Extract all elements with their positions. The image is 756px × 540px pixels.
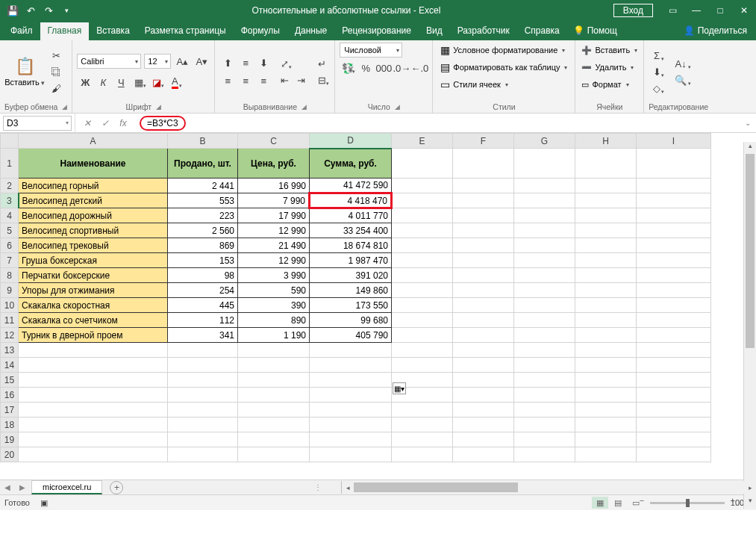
- align-right-icon[interactable]: ≡: [255, 73, 272, 88]
- wrap-text-icon[interactable]: ↵: [313, 56, 330, 71]
- dialog-launcher-icon[interactable]: ◢: [156, 103, 161, 111]
- cell[interactable]: [637, 403, 711, 418]
- cell[interactable]: [637, 268, 711, 283]
- maximize-icon[interactable]: □: [708, 2, 732, 19]
- fill-icon[interactable]: ⬇: [649, 64, 665, 79]
- align-bottom-icon[interactable]: ⬇: [255, 55, 272, 70]
- orientation-icon[interactable]: ⤢: [276, 56, 293, 71]
- row-header-4[interactable]: 4: [1, 208, 19, 223]
- cell[interactable]: [637, 358, 711, 373]
- cell[interactable]: [575, 238, 637, 253]
- row-header-9[interactable]: 9: [1, 283, 19, 298]
- ribbon-options-icon[interactable]: ▭: [660, 2, 684, 19]
- row-header-13[interactable]: 13: [1, 343, 19, 358]
- cell[interactable]: [392, 328, 453, 343]
- row-header-2[interactable]: 2: [1, 179, 19, 193]
- align-center-icon[interactable]: ≡: [237, 73, 254, 88]
- cell-A6[interactable]: Велосипед трековый: [19, 238, 168, 253]
- cancel-formula-icon[interactable]: ✕: [78, 116, 96, 131]
- cell-A7[interactable]: Груша боксерская: [19, 253, 168, 268]
- cell[interactable]: [19, 447, 168, 462]
- cell[interactable]: [453, 313, 514, 328]
- cell[interactable]: [310, 447, 392, 462]
- row-header-20[interactable]: 20: [1, 447, 19, 462]
- cell[interactable]: [392, 208, 453, 223]
- cell[interactable]: [310, 432, 392, 447]
- tab-formulas[interactable]: Формулы: [234, 22, 287, 40]
- sheet-tab[interactable]: microexcel.ru: [31, 480, 102, 494]
- cell[interactable]: [19, 432, 168, 447]
- row-header-5[interactable]: 5: [1, 223, 19, 238]
- minimize-icon[interactable]: ―: [684, 2, 708, 19]
- cell[interactable]: [392, 403, 453, 418]
- find-select-icon[interactable]: 🔍: [669, 72, 692, 87]
- cell-A9[interactable]: Упоры для отжимания: [19, 283, 168, 298]
- cell[interactable]: [168, 403, 238, 418]
- row-header-3[interactable]: 3: [1, 193, 19, 208]
- autofill-options-icon[interactable]: ▦▾: [393, 382, 406, 394]
- row-header-15[interactable]: 15: [1, 373, 19, 388]
- cell[interactable]: [19, 358, 168, 373]
- cell[interactable]: [514, 179, 575, 193]
- cell[interactable]: [453, 432, 514, 447]
- italic-button[interactable]: К: [95, 75, 111, 90]
- zoom-handle[interactable]: [686, 499, 690, 507]
- tab-help[interactable]: Справка: [517, 22, 567, 40]
- cell[interactable]: [514, 268, 575, 283]
- scroll-down-icon[interactable]: ▾: [744, 497, 756, 509]
- save-icon[interactable]: 💾: [4, 2, 21, 19]
- cell[interactable]: [575, 328, 637, 343]
- cell[interactable]: [19, 388, 168, 403]
- enter-formula-icon[interactable]: ✓: [96, 116, 114, 131]
- cell[interactable]: [637, 432, 711, 447]
- cell[interactable]: [168, 343, 238, 358]
- cell-B10[interactable]: 445: [168, 298, 238, 313]
- cell[interactable]: [453, 208, 514, 223]
- cell[interactable]: [168, 373, 238, 388]
- cell-B2[interactable]: 2 441: [168, 179, 238, 193]
- tab-page-layout[interactable]: Разметка страницы: [137, 22, 234, 40]
- decrease-font-icon[interactable]: A▾: [193, 54, 210, 69]
- cell[interactable]: [392, 223, 453, 238]
- vertical-scrollbar[interactable]: ▴ ▾: [743, 142, 756, 509]
- conditional-formatting-button[interactable]: ▦Условное форматирование: [437, 43, 568, 58]
- cell[interactable]: [575, 253, 637, 268]
- cell-C10[interactable]: 390: [238, 298, 310, 313]
- cell[interactable]: [168, 388, 238, 403]
- cell[interactable]: [392, 418, 453, 432]
- cell-D8[interactable]: 391 020: [310, 268, 392, 283]
- cell[interactable]: [238, 403, 310, 418]
- worksheet-grid[interactable]: ABCDEFGHI1НаименованиеПродано, шт.Цена, …: [0, 133, 756, 480]
- name-box[interactable]: D3: [3, 116, 72, 131]
- cell[interactable]: [575, 223, 637, 238]
- cell[interactable]: [575, 149, 637, 179]
- cell[interactable]: [637, 328, 711, 343]
- sheet-nav-next-icon[interactable]: ▶: [15, 483, 30, 491]
- dialog-launcher-icon[interactable]: ◢: [302, 103, 307, 111]
- sort-filter-icon[interactable]: A↓: [669, 56, 692, 71]
- row-header-1[interactable]: 1: [1, 149, 19, 179]
- cell[interactable]: [19, 343, 168, 358]
- paste-button[interactable]: 📋 Вставить: [4, 47, 45, 96]
- cell-D10[interactable]: 173 550: [310, 298, 392, 313]
- decrease-decimal-icon[interactable]: ←.0: [411, 60, 428, 75]
- delete-cells-button[interactable]: ➖Удалить: [580, 60, 635, 75]
- cell[interactable]: [453, 388, 514, 403]
- cell-A5[interactable]: Велосипед спортивный: [19, 223, 168, 238]
- column-header-I[interactable]: I: [637, 134, 711, 149]
- cell[interactable]: [514, 149, 575, 179]
- cell[interactable]: [575, 283, 637, 298]
- row-header-14[interactable]: 14: [1, 358, 19, 373]
- cell[interactable]: [168, 432, 238, 447]
- cell[interactable]: [637, 283, 711, 298]
- decrease-indent-icon[interactable]: ⇤: [276, 72, 293, 87]
- fx-icon[interactable]: fx: [114, 116, 132, 131]
- cell[interactable]: [310, 373, 392, 388]
- cell[interactable]: [453, 149, 514, 179]
- cell-B7[interactable]: 153: [168, 253, 238, 268]
- cell[interactable]: [19, 373, 168, 388]
- cell[interactable]: [168, 358, 238, 373]
- cell-A4[interactable]: Велосипед дорожный: [19, 208, 168, 223]
- cell[interactable]: [514, 253, 575, 268]
- cell[interactable]: [514, 238, 575, 253]
